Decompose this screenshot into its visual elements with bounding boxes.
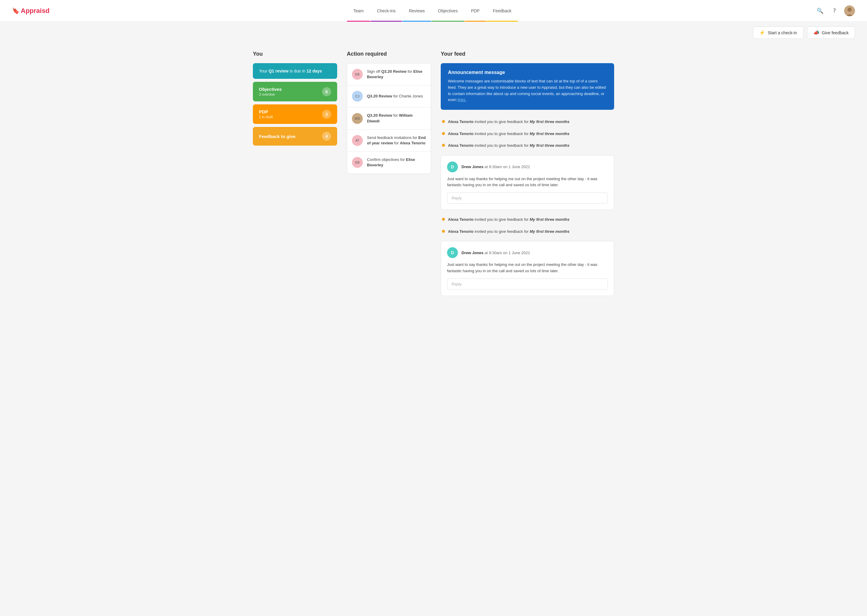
stat-card-left: Objectives 3 overdue [259,86,282,97]
review-card[interactable]: Your Q1 review is due in 12 days [253,63,337,79]
announcement-text: Welcome messages are customisable blocks… [448,79,606,102]
action-text-plain: for Charlie Jones [392,94,423,98]
checkin-label: Start a check-in [768,30,797,35]
action-item[interactable]: EB Confirm objectives for Elise Beverley [347,152,431,173]
stat-card-feedback[interactable]: Feedback to give 4 [253,127,337,146]
review-bold1: Q1 review [268,69,288,73]
user-avatar[interactable] [844,5,855,16]
comment-header-2: D Drew Jones at 9:30am on 1 June 2021 [447,247,608,258]
nav-item-pdp[interactable]: PDP [464,0,486,22]
announcement-link[interactable]: links. [457,97,467,102]
stat-card-title: PDP [259,109,273,114]
action-text-plain: for [392,113,399,118]
comment-body-2: Just want to say thanks for helping me o… [447,262,608,274]
feedback-label: Give feedback [822,30,849,35]
notification-dot [442,218,445,221]
give-feedback-button[interactable]: 📣 Give feedback [807,27,855,39]
review-prefix: Your [259,69,268,73]
stat-card-subtitle: 3 overdue [259,92,282,97]
comment-meta-2: Drew Jones at 9:30am on 1 June 2021 [462,251,530,255]
action-text: Q3.20 Review for William Diwedi [367,113,426,124]
action-avatar-initials: EB [355,72,360,76]
stat-card-subtitle: 1 in draft [259,115,273,119]
feed-notification: Alexa Tenorio invited you to give feedba… [441,116,614,128]
nav-item-reviews[interactable]: Reviews [402,0,431,22]
nav-item-checkins[interactable]: Check-ins [370,0,402,22]
notif-subject: My first three months [530,217,569,222]
nav-item-team[interactable]: Team [347,0,370,22]
action-item[interactable]: EB Sign off Q3.20 Review for Elise Bever… [347,63,431,85]
action-avatar: CJ [352,91,363,102]
action-avatar-initials: EB [355,160,360,164]
comment-body: Just want to say thanks for helping me o… [447,176,608,189]
nav-right: 🔍 ? [815,5,855,16]
review-bold2: 12 days [306,69,322,73]
feed-notification: Alexa Tenorio invited you to give feedba… [441,140,614,152]
search-icon[interactable]: 🔍 [815,6,825,16]
notification-text: Alexa Tenorio invited you to give feedba… [448,217,569,223]
notif-subject: My first three months [530,132,569,136]
action-text-bold: Q3.20 Review [381,69,407,74]
comment-author: Drew Jones [462,165,484,169]
notif-actor: Alexa Tenorio [448,217,473,222]
you-column: You Your Q1 review is due in 12 days Obj… [253,51,337,300]
comment-card: D Drew Jones at 9:30am on 1 June 2021 Ju… [441,155,614,210]
action-avatar-initials: WD [355,117,360,120]
action-text-plain: Sign off [367,69,381,74]
stat-card-pdp[interactable]: PDP 1 in draft 3 [253,104,337,124]
action-text-plain: Send feedback invitations for [367,135,418,140]
feed-notification: Alexa Tenorio invited you to give feedba… [441,226,614,237]
notif-action: invited you to give feedback for [475,143,530,148]
reply-input-2[interactable]: Reply [447,278,608,290]
announcement-card: Announcement message Welcome messages ar… [441,63,614,110]
app-logo[interactable]: 🔖 Appraisd [12,7,49,15]
notif-actor: Alexa Tenorio [448,229,473,234]
nav-links: TeamCheck-insReviewsObjectivesPDPFeedbac… [347,0,518,22]
announcement-title: Announcement message [448,70,607,75]
logo-icon: 🔖 [12,7,20,14]
comment-card-2: D Drew Jones at 9:30am on 1 June 2021 Ju… [441,241,614,296]
start-checkin-button[interactable]: ⚡ Start a check-in [753,27,803,39]
action-list: EB Sign off Q3.20 Review for Elise Bever… [347,63,431,174]
notif-action: invited you to give feedback for [475,229,530,234]
stat-card-title: Feedback to give [259,134,296,139]
stat-cards: Objectives 3 overdue 6 PDP 1 in draft 3 … [253,82,337,146]
notification-text: Alexa Tenorio invited you to give feedba… [448,229,569,235]
notif-actor: Alexa Tenorio [448,119,473,124]
action-item[interactable]: CJ Q3.20 Review for Charlie Jones [347,85,431,107]
action-text: Send feedback invitations for End of yea… [367,135,426,146]
feed-notification: Alexa Tenorio invited you to give feedba… [441,128,614,140]
action-item[interactable]: WD Q3.20 Review for William Diwedi [347,107,431,129]
action-item[interactable]: AT Send feedback invitations for End of … [347,130,431,152]
action-text: Confirm objectives for Elise Beverley [367,157,426,168]
reply-input[interactable]: Reply [447,193,608,204]
feed-notification: Alexa Tenorio invited you to give feedba… [441,214,614,226]
notification-dot [442,120,445,123]
comment-avatar: D [447,162,458,172]
comment-meta: Drew Jones at 9:30am on 1 June 2021 [462,165,530,169]
notif-subject: My first three months [530,119,569,124]
review-middle: is due in [288,69,306,73]
stat-card-badge: 6 [322,87,331,96]
comment-author-2: Drew Jones [462,251,484,255]
notif-action: invited you to give feedback for [475,217,530,222]
notif-actor: Alexa Tenorio [448,132,473,136]
nav-item-objectives[interactable]: Objectives [431,0,464,22]
notification-text: Alexa Tenorio invited you to give feedba… [448,119,569,125]
stat-card-objectives[interactable]: Objectives 3 overdue 6 [253,82,337,101]
notification-dot [442,230,445,233]
feed-column: Your feed Announcement message Welcome m… [441,51,614,300]
stat-card-left: Feedback to give [259,134,296,139]
action-avatar: EB [352,157,363,168]
action-avatar: EB [352,69,363,80]
action-column: Action required EB Sign off Q3.20 Review… [347,51,431,300]
action-text: Sign off Q3.20 Review for Elise Beverley [367,69,426,80]
notification-dot [442,144,445,147]
action-title: Action required [347,51,431,57]
broadcast-icon: 📣 [813,30,820,36]
action-text-plain: for [393,141,400,145]
notification-group-1: Alexa Tenorio invited you to give feedba… [441,116,614,152]
action-text-plain: for [407,69,413,74]
nav-item-feedback[interactable]: Feedback [486,0,518,22]
help-icon[interactable]: ? [830,6,839,16]
